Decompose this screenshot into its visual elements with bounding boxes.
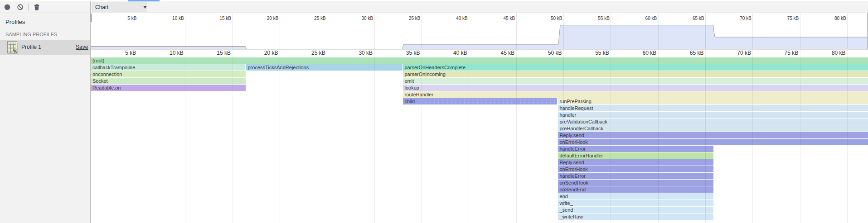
svg-text:%: % xyxy=(13,48,18,54)
